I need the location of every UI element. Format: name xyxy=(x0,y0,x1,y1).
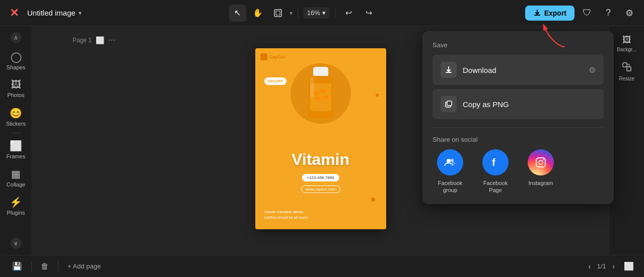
frame-chevron-icon: ▾ xyxy=(290,10,293,17)
svg-rect-12 xyxy=(446,72,452,73)
sidebar-item-stickers[interactable]: 😊 Stickers xyxy=(3,104,29,130)
shield-button[interactable]: 🛡 xyxy=(579,5,596,22)
copy-png-label: Copy as PNG xyxy=(463,100,509,109)
resize-svg-icon xyxy=(622,62,632,72)
brand-name: CapCut xyxy=(269,54,285,59)
bottombar: 💾 🗑 + Add page ‹ 1/1 › ⬜ xyxy=(0,255,644,277)
page-label-area: Page 1 ⬜ ⋯ xyxy=(73,36,115,44)
social-item-facebook-group[interactable]: Facebookgroup xyxy=(433,149,468,194)
desc-line1: Vitamin chewable tablets, xyxy=(264,210,304,214)
svg-point-19 xyxy=(539,160,543,164)
fb-group-label: Facebookgroup xyxy=(438,179,462,194)
sidebar-divider xyxy=(11,133,21,133)
plugins-icon: ⚡ xyxy=(10,196,22,208)
svg-rect-11 xyxy=(310,77,314,97)
save-button[interactable]: 💾 xyxy=(8,259,26,273)
download-svg-icon xyxy=(444,65,453,74)
select-tool-button[interactable]: ↖ xyxy=(229,5,246,22)
svg-point-9 xyxy=(315,97,321,101)
left-sidebar: ∧ ◯ Shapes 🖼 Photos 😊 Stickers ⬜ Frames … xyxy=(0,26,32,255)
shapes-icon: ◯ xyxy=(11,51,22,63)
sidebar-label-shapes: Shapes xyxy=(7,64,25,70)
right-sidebar-item-background[interactable]: 🖼 Backgr... xyxy=(613,30,641,56)
frames-icon: ⬜ xyxy=(10,140,22,152)
social-grid: Facebookgroup f FacebookPage xyxy=(433,149,604,194)
svg-point-8 xyxy=(320,89,326,93)
sidebar-label-plugins: Plugins xyxy=(7,210,25,216)
copy-png-button[interactable]: Copy as PNG xyxy=(433,89,604,119)
add-page-button[interactable]: + Add page xyxy=(63,260,105,272)
undo-button[interactable]: ↩ xyxy=(340,5,357,22)
share-section-label: Share on social xyxy=(433,136,604,143)
divider-2 xyxy=(335,8,335,19)
copy-png-svg-icon xyxy=(444,100,453,109)
fullscreen-button[interactable]: ⬜ xyxy=(622,259,636,273)
delete-icon: 🗑 xyxy=(41,262,49,271)
website-badge: www.capcut.com xyxy=(301,186,340,193)
dot-1 xyxy=(371,198,375,202)
title-area[interactable]: Untitled image ▾ xyxy=(27,9,82,17)
download-settings-icon: ⚙ xyxy=(589,65,596,75)
export-label: Export xyxy=(544,9,566,17)
hand-tool-button[interactable]: ✋ xyxy=(249,5,266,22)
next-page-button[interactable]: › xyxy=(610,260,617,273)
sidebar-scroll-down[interactable]: ∨ xyxy=(11,238,22,249)
brand-logo-icon xyxy=(260,53,267,60)
background-icon: 🖼 xyxy=(622,35,631,45)
photos-icon: 🖼 xyxy=(11,79,21,90)
export-button[interactable]: Export xyxy=(525,6,575,21)
sidebar-label-collage: Collage xyxy=(7,181,25,188)
social-item-facebook-page[interactable]: f FacebookPage xyxy=(478,149,513,194)
title-chevron-icon: ▾ xyxy=(79,10,82,17)
bottom-divider-1 xyxy=(31,261,32,271)
canvas-wrapper[interactable]: CapCut xyxy=(255,48,386,229)
sidebar-item-frames[interactable]: ⬜ Frames xyxy=(3,136,29,162)
document-title: Untitled image xyxy=(27,9,76,17)
download-icon xyxy=(441,62,457,78)
sidebar-item-collage[interactable]: ▦ Collage xyxy=(3,164,29,191)
fb-page-label: FacebookPage xyxy=(483,179,508,194)
save-icon: 💾 xyxy=(12,261,22,271)
settings-button[interactable]: ⚙ xyxy=(621,5,638,22)
redo-button[interactable]: ↪ xyxy=(361,5,378,22)
frame-tool-button[interactable] xyxy=(269,5,287,22)
desc-line2: nutrition should be all-round. xyxy=(264,216,309,219)
sidebar-item-plugins[interactable]: ⚡ Plugins xyxy=(3,193,29,219)
social-item-instagram[interactable]: Instagram xyxy=(523,149,558,187)
sidebar-item-photos[interactable]: 🖼 Photos xyxy=(3,75,29,102)
add-page-label: + Add page xyxy=(67,262,101,270)
sidebar-label-frames: Frames xyxy=(7,153,25,159)
topbar-center: ↖ ✋ ▾ 16% ▾ ↩ ↪ xyxy=(87,5,520,22)
svg-point-15 xyxy=(447,159,451,163)
export-icon xyxy=(533,9,541,17)
stickers-icon: 😊 xyxy=(10,107,22,119)
sidebar-item-shapes[interactable]: ◯ Shapes xyxy=(3,47,29,73)
download-button[interactable]: Download ⚙ xyxy=(433,55,604,85)
sidebar-label-photos: Photos xyxy=(7,92,24,98)
svg-rect-14 xyxy=(447,101,452,106)
page-more-button[interactable]: ⋯ xyxy=(108,36,115,44)
canvas-brand: CapCut xyxy=(260,53,285,60)
arrow-icon xyxy=(539,24,569,49)
right-sidebar-item-resize[interactable]: Resize xyxy=(613,58,641,84)
facebook-group-icon xyxy=(437,149,463,175)
vitamin-title: Vitamin xyxy=(255,150,386,169)
svg-point-16 xyxy=(451,159,454,162)
sidebar-label-stickers: Stickers xyxy=(6,121,26,127)
prev-page-button[interactable]: ‹ xyxy=(586,260,593,273)
fb-group-svg xyxy=(444,156,457,169)
dot-2 xyxy=(376,94,379,97)
divider-1 xyxy=(298,8,298,19)
sidebar-scroll-up[interactable]: ∧ xyxy=(11,32,22,43)
svg-rect-0 xyxy=(274,10,281,17)
svg-point-20 xyxy=(543,159,544,160)
zoom-control[interactable]: 16% ▾ xyxy=(303,7,330,19)
right-sidebar-label-resize: Resize xyxy=(619,76,634,81)
bottle-svg xyxy=(303,66,338,131)
help-button[interactable]: ? xyxy=(600,5,617,22)
svg-rect-4 xyxy=(313,67,328,77)
delete-button[interactable]: 🗑 xyxy=(37,260,53,273)
page-settings-icon-button[interactable]: ⬜ xyxy=(96,36,104,44)
page-label-text: Page 1 xyxy=(73,37,92,44)
fb-page-svg: f xyxy=(489,156,502,169)
